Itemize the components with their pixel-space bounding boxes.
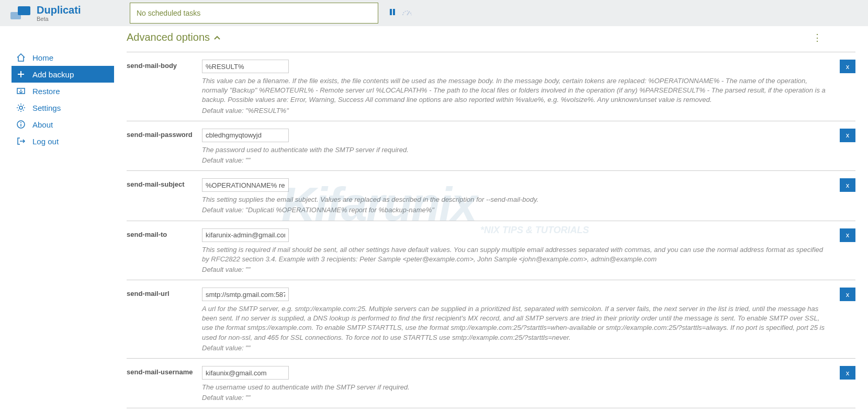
option-description: A url for the SMTP server, e.g. smtp://e… bbox=[202, 304, 830, 342]
option-label: send-mail-body bbox=[127, 60, 202, 116]
sidebar-item-home[interactable]: Home bbox=[0, 49, 114, 66]
option-description: This setting is required if mail should … bbox=[202, 245, 830, 264]
section-title: Advanced options bbox=[127, 31, 210, 43]
brand-subtitle: Beta bbox=[37, 16, 81, 22]
sidebar: Home Add backup Restore Settings About bbox=[0, 26, 114, 413]
sidebar-item-label: About bbox=[32, 120, 53, 129]
option-description: The username used to authenticate with t… bbox=[202, 383, 830, 392]
pause-icon[interactable] bbox=[389, 8, 396, 18]
main-content: Advanced options ⋮ send-mail-body This v… bbox=[114, 26, 868, 413]
plus-icon bbox=[16, 70, 26, 79]
option-label: send-mail-username bbox=[127, 366, 202, 403]
option-input-send-mail-url[interactable] bbox=[202, 288, 289, 301]
logout-icon bbox=[16, 136, 26, 146]
option-default: Default value: "" bbox=[202, 156, 830, 165]
option-label: send-mail-subject bbox=[127, 178, 202, 215]
header-controls bbox=[378, 8, 412, 18]
sidebar-item-label: Home bbox=[32, 53, 53, 62]
option-description: This setting supplies the email subject.… bbox=[202, 195, 830, 204]
option-input-send-mail-to[interactable] bbox=[202, 228, 289, 242]
svg-point-10 bbox=[20, 122, 21, 123]
throttle-icon[interactable] bbox=[402, 9, 412, 18]
sidebar-item-settings[interactable]: Settings bbox=[0, 99, 114, 116]
sidebar-item-logout[interactable]: Log out bbox=[0, 133, 114, 150]
svg-point-8 bbox=[19, 106, 22, 109]
option-description: The password used to authenticate with t… bbox=[202, 145, 830, 155]
sidebar-item-about[interactable]: About bbox=[0, 116, 114, 133]
svg-rect-2 bbox=[390, 9, 392, 15]
sidebar-item-restore[interactable]: Restore bbox=[0, 83, 114, 99]
svg-rect-3 bbox=[393, 9, 395, 15]
sidebar-item-add-backup[interactable]: Add backup bbox=[12, 66, 114, 83]
option-input-send-mail-password[interactable] bbox=[202, 129, 289, 142]
option-input-send-mail-body[interactable] bbox=[202, 60, 289, 73]
home-icon bbox=[16, 53, 26, 62]
sidebar-item-label: Settings bbox=[32, 104, 61, 112]
sidebar-item-label: Restore bbox=[32, 87, 60, 96]
option-default: Default value: "Duplicati %OPERATIONNAME… bbox=[202, 205, 830, 215]
option-send-mail-to: send-mail-to This setting is required if… bbox=[127, 221, 855, 280]
brand-title: Duplicati bbox=[37, 4, 81, 16]
option-default: Default value: "" bbox=[202, 343, 830, 353]
section-header[interactable]: Advanced options ⋮ bbox=[127, 26, 855, 52]
option-default: Default value: "" bbox=[202, 393, 830, 403]
option-send-mail-url: send-mail-url A url for the SMTP server,… bbox=[127, 280, 855, 358]
gear-icon bbox=[16, 103, 26, 112]
remove-option-button[interactable]: x bbox=[840, 60, 855, 73]
brand-block[interactable]: Duplicati Beta bbox=[0, 4, 130, 22]
remove-option-button[interactable]: x bbox=[840, 228, 855, 242]
duplicati-logo-icon bbox=[10, 5, 31, 21]
option-default: Default value: "" bbox=[202, 265, 830, 274]
option-input-send-mail-username[interactable] bbox=[202, 366, 289, 380]
svg-line-4 bbox=[407, 12, 409, 15]
sidebar-item-label: Log out bbox=[32, 137, 59, 146]
option-input-send-mail-subject[interactable] bbox=[202, 178, 289, 192]
option-send-mail-password: send-mail-password The password used to … bbox=[127, 121, 855, 170]
info-icon bbox=[16, 120, 26, 129]
remove-option-button[interactable]: x bbox=[840, 366, 855, 380]
kebab-menu-icon[interactable]: ⋮ bbox=[813, 32, 824, 43]
option-description: This value can be a filename. If the fil… bbox=[202, 76, 830, 105]
option-label: send-mail-to bbox=[127, 228, 202, 275]
add-advanced-option-row: Add advanced option - pick an option - bbox=[127, 408, 855, 413]
restore-icon bbox=[16, 86, 26, 96]
status-banner: No scheduled tasks bbox=[130, 3, 378, 24]
option-default: Default value: "%RESULT%" bbox=[202, 106, 830, 116]
chevron-up-icon bbox=[214, 34, 220, 41]
status-text: No scheduled tasks bbox=[137, 9, 200, 17]
svg-rect-1 bbox=[18, 6, 30, 15]
sidebar-item-label: Add backup bbox=[32, 70, 74, 79]
option-send-mail-subject: send-mail-subject This setting supplies … bbox=[127, 170, 855, 220]
option-send-mail-username: send-mail-username The username used to … bbox=[127, 358, 855, 408]
option-label: send-mail-password bbox=[127, 129, 202, 165]
remove-option-button[interactable]: x bbox=[840, 129, 855, 142]
app-header: Duplicati Beta No scheduled tasks bbox=[0, 0, 868, 26]
option-send-mail-body: send-mail-body This value can be a filen… bbox=[127, 52, 855, 121]
option-label: send-mail-url bbox=[127, 288, 202, 353]
remove-option-button[interactable]: x bbox=[840, 288, 855, 301]
remove-option-button[interactable]: x bbox=[840, 178, 855, 192]
